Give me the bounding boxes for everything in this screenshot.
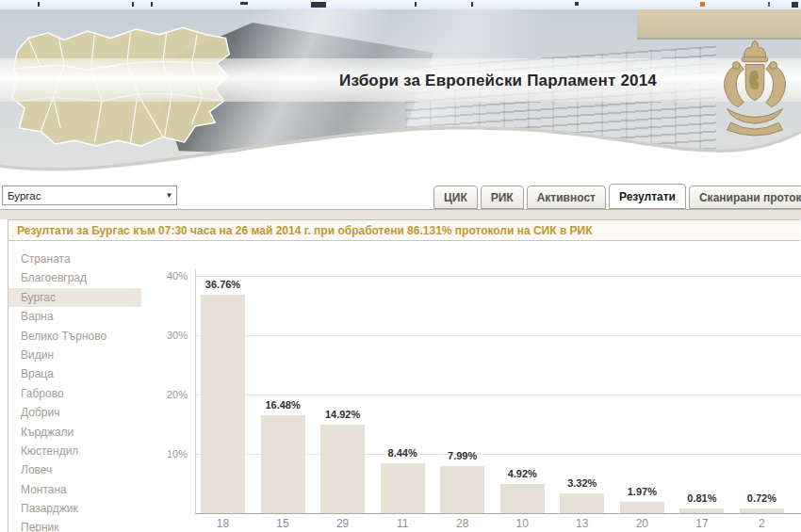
chevron-down-icon: ▼ [162, 191, 176, 200]
page: Избори за Европейски Парламент 2014 Бург [0, 0, 801, 532]
result-bar[interactable] [381, 463, 425, 513]
chart-gridline [195, 395, 801, 395]
x-axis-tick-label: 28 [425, 517, 500, 530]
header-wave [0, 9, 801, 184]
result-bar[interactable] [500, 484, 545, 513]
result-bar[interactable] [679, 508, 724, 513]
y-axis-tick-label: 30% [150, 330, 188, 341]
sidebar-item-vidin[interactable]: Видин [8, 346, 141, 364]
browser-remnant-mark [471, 2, 473, 7]
y-axis-tick-label: 10% [150, 448, 188, 459]
result-bar[interactable] [560, 493, 604, 513]
result-bar[interactable] [261, 415, 305, 513]
x-axis-tick-label: 17 [664, 517, 740, 530]
result-bar[interactable] [320, 425, 365, 513]
bar-value-label: 8.44% [365, 447, 440, 459]
header-banner: Избори за Европейски Парламент 2014 [0, 9, 801, 184]
chart-gridline [195, 335, 801, 336]
browser-remnant-mark [415, 2, 417, 7]
browser-remnant-mark [700, 2, 705, 7]
sidebar-item-stranata[interactable]: Страната [8, 250, 141, 268]
bar-value-label: 0.72% [724, 492, 799, 504]
browser-remnant-mark [792, 2, 798, 8]
sidebar-item-blagoevgrad[interactable]: Благоевград [8, 268, 141, 287]
browser-remnant-mark [38, 2, 40, 7]
x-axis-tick-label: 20 [604, 517, 679, 530]
sidebar-item-varna[interactable]: Варна [8, 307, 141, 326]
x-axis-tick-label: 18 [186, 517, 261, 530]
browser-remnant-mark [768, 2, 770, 7]
sidebar-item-dobrich[interactable]: Добрич [8, 403, 141, 422]
chart-gridline [195, 276, 801, 277]
x-axis-tick-label: 11 [365, 517, 440, 530]
region-select[interactable]: Бургас ▼ [2, 185, 177, 205]
sidebar-item-kardzhali[interactable]: Кърджали [8, 423, 141, 442]
sidebar-item-vratsa[interactable]: Враца [8, 364, 141, 383]
tab-aktivnost[interactable]: Активност [527, 185, 606, 209]
region-select-value: Бургас [3, 190, 162, 202]
browser-remnant-mark [132, 2, 134, 7]
browser-remnant-mark [575, 2, 579, 6]
result-bar[interactable] [740, 508, 784, 513]
bar-value-label: 16.48% [245, 399, 320, 411]
x-axis-tick-label: 2 [724, 517, 799, 530]
result-bar[interactable] [201, 295, 245, 513]
result-bar[interactable] [440, 466, 484, 513]
tab-bar: ЦИКРИКАктивностРезултатиСканирани проток… [433, 185, 801, 209]
tab-cik[interactable]: ЦИК [433, 185, 478, 209]
sidebar-item-veliko-tarnovo[interactable]: Велико Търново [8, 327, 141, 346]
bar-value-label: 36.76% [186, 279, 261, 290]
y-axis-tick-label: 40% [150, 270, 188, 282]
sidebar-item-montana[interactable]: Монтана [8, 480, 141, 499]
x-axis-line [195, 513, 801, 514]
x-axis-tick-label: 13 [545, 517, 620, 530]
browser-remnant-mark [311, 2, 326, 8]
result-bar[interactable] [620, 502, 664, 513]
sidebar-item-pazardzhik[interactable]: Пазарджик [8, 499, 141, 518]
divider-strip [0, 209, 801, 219]
bar-value-label: 4.92% [484, 468, 560, 479]
y-axis-line [195, 268, 196, 513]
region-sidebar: СтранатаБлагоевградБургасВарнаВелико Тър… [8, 250, 150, 532]
bar-value-label: 14.92% [305, 409, 381, 420]
bar-value-label: 1.97% [604, 486, 679, 497]
browser-remnant-mark [151, 2, 153, 7]
bar-value-label: 3.32% [545, 477, 620, 489]
sidebar-item-burgas[interactable]: Бургас [8, 288, 141, 307]
browser-remnant-mark [240, 2, 248, 5]
bar-value-label: 0.81% [664, 492, 740, 504]
sidebar-item-gabrovo[interactable]: Габрово [8, 384, 141, 403]
sidebar-item-kyustendil[interactable]: Кюстендил [8, 442, 141, 460]
sidebar-item-lovech[interactable]: Ловеч [8, 460, 141, 479]
status-message-box: Резултати за Бургас към 07:30 часа на 26… [8, 219, 800, 241]
sidebar-item-pernik[interactable]: Перник [8, 518, 141, 532]
x-axis-tick-label: 29 [305, 517, 381, 530]
status-message: Резултати за Бургас към 07:30 часа на 26… [8, 224, 593, 237]
bar-value-label: 7.99% [425, 450, 500, 461]
tab-skanirani-protokoli[interactable]: Сканирани протоколи [689, 185, 801, 209]
tab-rezultati[interactable]: Резултати [609, 184, 686, 209]
tab-rik[interactable]: РИК [481, 185, 524, 209]
x-axis-tick-label: 15 [245, 517, 320, 530]
x-axis-tick-label: 10 [484, 517, 560, 530]
y-axis-tick-label: 20% [150, 389, 188, 400]
